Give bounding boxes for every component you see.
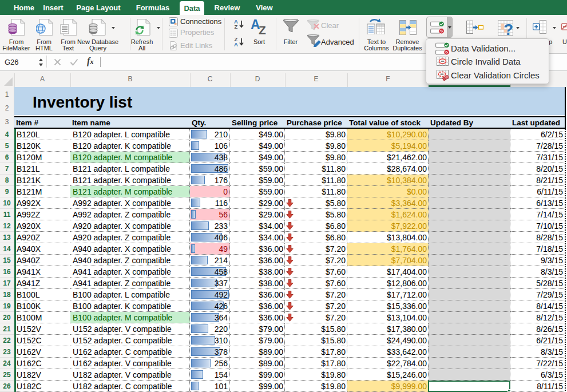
svg-text:?: ? — [503, 21, 513, 37]
